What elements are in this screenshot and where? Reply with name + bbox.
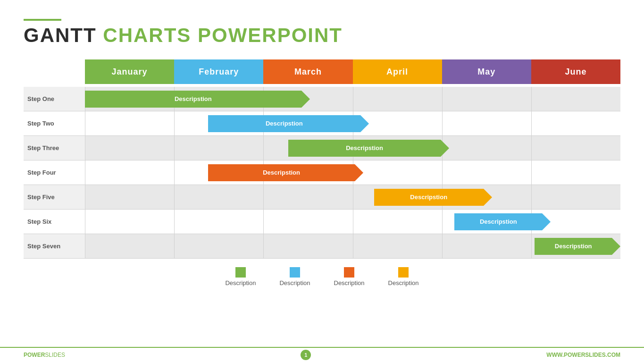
- gantt-cell: [263, 234, 352, 258]
- gantt-cell: [85, 210, 174, 234]
- gantt-cells-row-5: Descripstion: [85, 185, 620, 209]
- gantt-cell: [442, 136, 531, 160]
- gantt-cell: [531, 111, 620, 135]
- step-label-4: Step Four: [24, 169, 85, 176]
- gantt-cell: [442, 160, 531, 185]
- month-header-row: JanuaryFebruaryMarchAprilMayJune: [85, 59, 620, 84]
- legend-item-3: Description: [334, 267, 365, 286]
- table-row: Step OneDescripstion: [24, 87, 620, 111]
- gantt-cell: [85, 111, 174, 135]
- month-header-april: April: [353, 59, 442, 84]
- bar-arrow-icon: [441, 140, 449, 157]
- bar-row-5: Descripstion: [374, 189, 492, 206]
- gantt-cell: [174, 210, 263, 234]
- gantt-cell: [85, 160, 174, 185]
- step-label-1: Step One: [24, 95, 85, 102]
- legend-color-box: [290, 267, 300, 278]
- gantt-cell: [174, 234, 263, 258]
- bar-body: Descripstion: [85, 91, 301, 108]
- month-header-february: February: [174, 59, 263, 84]
- legend-color-box: [344, 267, 354, 278]
- bar-row-2: Descripstion: [208, 115, 369, 132]
- table-row: Step FourDescripstion: [24, 160, 620, 185]
- table-row: Step TwoDescripstion: [24, 111, 620, 136]
- gantt-cell: [353, 210, 442, 234]
- step-label-5: Step Five: [24, 194, 85, 201]
- header: GANTT CHARTS POWERPOINT: [0, 0, 644, 55]
- bar-arrow-icon: [542, 213, 551, 230]
- gantt-cell: [442, 234, 531, 258]
- gantt-cell: [174, 136, 263, 160]
- legend-label: Description: [388, 279, 419, 286]
- month-header-january: January: [85, 59, 174, 84]
- footer-brand-light: SLIDES: [45, 352, 65, 358]
- footer: POWERSLIDES 1 WWW.POWERSLIDES.COM: [0, 347, 644, 362]
- page-title: GANTT CHARTS POWERPOINT: [24, 25, 620, 45]
- legend-label: Description: [225, 279, 256, 286]
- month-header-june: June: [531, 59, 620, 84]
- step-label-6: Step Six: [24, 218, 85, 225]
- bar-body: Descripstion: [288, 140, 441, 157]
- table-row: Step FiveDescripstion: [24, 185, 620, 210]
- legend-label: Description: [279, 279, 310, 286]
- month-header-march: March: [263, 59, 352, 84]
- gantt-cells-row-6: Descripstion: [85, 210, 620, 234]
- month-header-may: May: [442, 59, 531, 84]
- page-number-badge: 1: [301, 350, 311, 360]
- bar-row-1: Descripstion: [85, 91, 310, 108]
- gantt-cell: [353, 160, 442, 185]
- header-accent-line: [24, 19, 61, 21]
- bar-arrow-icon: [360, 115, 369, 132]
- bar-body: Descripstion: [374, 189, 484, 206]
- gantt-cell: [263, 185, 352, 209]
- bar-body: Descripstion: [208, 164, 355, 181]
- bar-body: Descripstion: [535, 238, 612, 255]
- step-label-7: Step Seven: [24, 243, 85, 250]
- bar-arrow-icon: [484, 189, 492, 206]
- legend-color-box: [235, 267, 246, 278]
- gantt-cell: [353, 87, 442, 111]
- gantt-cells-row-3: Descripstion: [85, 136, 620, 160]
- bar-row-7: Descripstion: [535, 238, 620, 255]
- title-black: GANTT: [24, 24, 97, 46]
- table-row: Step SixDescripstion: [24, 210, 620, 234]
- bar-row-3: Descripstion: [288, 140, 449, 157]
- gantt-cells-row-1: Descripstion: [85, 87, 620, 111]
- gantt-cell: [353, 234, 442, 258]
- gantt-cell: [442, 87, 531, 111]
- gantt-cell: [85, 136, 174, 160]
- gantt-cells-row-4: Descripstion: [85, 160, 620, 185]
- gantt-chart: JanuaryFebruaryMarchAprilMayJune Step On…: [0, 59, 644, 259]
- legend-item-2: Description: [279, 267, 310, 286]
- footer-brand-bold: POWER: [24, 352, 45, 358]
- legend: DescriptionDescriptionDescriptionDescrip…: [0, 267, 644, 286]
- step-label-2: Step Two: [24, 120, 85, 127]
- gantt-table: Step OneDescripstionStep TwoDescripstion…: [24, 87, 620, 259]
- gantt-cell: [442, 111, 531, 135]
- table-row: Step SevenDescripstion: [24, 234, 620, 259]
- gantt-cell: [531, 185, 620, 209]
- gantt-cell: [174, 185, 263, 209]
- bar-arrow-icon: [301, 91, 310, 108]
- step-label-3: Step Three: [24, 144, 85, 152]
- gantt-cell: [531, 160, 620, 185]
- gantt-cell: [263, 210, 352, 234]
- bar-row-6: Descripstion: [454, 213, 551, 230]
- title-green: CHARTS POWERPOINT: [103, 24, 343, 46]
- legend-item-1: Description: [225, 267, 256, 286]
- legend-label: Description: [334, 279, 365, 286]
- bar-body: Descripstion: [208, 115, 360, 132]
- gantt-cells-row-2: Descripstion: [85, 111, 620, 135]
- bar-body: Descripstion: [454, 213, 542, 230]
- gantt-cells-row-7: Descripstion: [85, 234, 620, 258]
- footer-url: WWW.POWERSLIDES.COM: [546, 352, 620, 358]
- footer-center: 1: [65, 350, 546, 360]
- table-row: Step ThreeDescripstion: [24, 136, 620, 160]
- gantt-cell: [531, 87, 620, 111]
- gantt-cell: [85, 234, 174, 258]
- legend-item-4: Description: [388, 267, 419, 286]
- bar-row-4: Descripstion: [208, 164, 363, 181]
- footer-brand: POWERSLIDES: [24, 352, 65, 358]
- bar-arrow-icon: [612, 238, 620, 255]
- gantt-cell: [531, 136, 620, 160]
